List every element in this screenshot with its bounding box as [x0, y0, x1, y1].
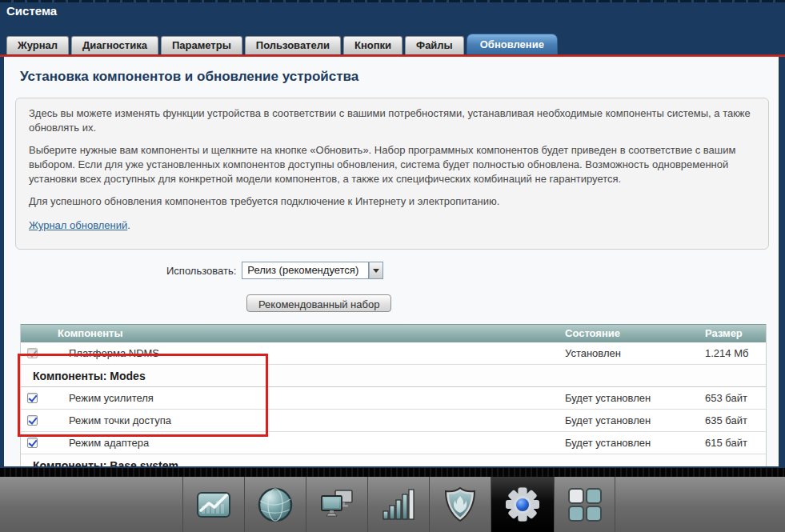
component-state: Будет установлен — [565, 414, 705, 426]
component-name: Платформа NDMS — [58, 347, 565, 359]
update-log-link[interactable]: Журнал обновлений — [29, 219, 127, 231]
col-header-state: Состояние — [565, 327, 705, 339]
component-size: 653 байт — [705, 392, 766, 404]
component-checkbox — [27, 348, 38, 358]
tab-polzovateli[interactable]: Пользователи — [245, 36, 341, 54]
table-header-row: Компоненты Состояние Размер — [21, 324, 766, 342]
tab-faily[interactable]: Файлы — [405, 36, 464, 54]
intro-paragraph: Выберите нужные вам компоненты и щелкнит… — [29, 143, 755, 186]
gear-icon — [504, 486, 541, 523]
page-title: Установка компонентов и обновление устро… — [20, 69, 763, 85]
network-computers-icon — [318, 486, 355, 523]
component-checkbox[interactable] — [27, 415, 38, 426]
dock-item-wifi[interactable] — [367, 477, 429, 532]
page-section-title: Система — [6, 4, 57, 18]
tab-bar: Журнал Диагностика Параметры Пользовател… — [0, 34, 785, 54]
tab-parametry[interactable]: Параметры — [161, 36, 242, 54]
link-suffix: . — [127, 219, 130, 231]
shield-flame-icon — [442, 486, 479, 523]
components-table: Компоненты Состояние Размер Платформа ND… — [20, 324, 767, 474]
component-state: Установлен — [565, 347, 705, 359]
chart-monitor-icon — [195, 486, 232, 523]
use-label: Использовать: — [166, 265, 236, 277]
dock-item-firewall[interactable] — [429, 477, 491, 532]
content-area: Установка компонентов и обновление устро… — [0, 57, 785, 466]
component-name: Режим адаптера — [58, 437, 565, 449]
col-header-size: Размер — [705, 327, 766, 339]
dock-item-internet[interactable] — [244, 477, 306, 532]
channel-select[interactable]: Релиз (рекомендуется) — [242, 262, 383, 279]
component-name: Режим усилителя — [58, 392, 565, 404]
dock-item-applications[interactable] — [554, 477, 615, 532]
dock-top-strip — [0, 468, 785, 477]
component-size: 615 байт — [705, 437, 766, 449]
component-checkbox[interactable] — [27, 393, 38, 403]
chevron-down-icon[interactable] — [369, 262, 383, 279]
tab-knopki[interactable]: Кнопки — [343, 36, 403, 54]
table-section-header: Компоненты: Modes — [21, 365, 766, 387]
intro-paragraph: Здесь вы можете изменять функции устройс… — [29, 106, 755, 135]
intro-paragraph: Для успешного обновления компонентов тре… — [29, 194, 755, 209]
component-state: Будет установлен — [565, 437, 705, 449]
globe-icon — [257, 486, 294, 523]
signal-bars-icon — [380, 486, 417, 523]
intro-infobox: Здесь вы можете изменять функции устройс… — [15, 98, 769, 250]
component-checkbox[interactable] — [27, 438, 38, 448]
window-top-edge — [0, 0, 785, 2]
channel-select-value[interactable]: Релиз (рекомендуется) — [242, 262, 369, 279]
tab-diagnostika[interactable]: Диагностика — [71, 36, 158, 54]
component-size: 635 байт — [705, 414, 766, 426]
dock-item-system-settings[interactable] — [491, 477, 554, 532]
tab-obnovlenie[interactable]: Обновление — [467, 34, 558, 54]
bottom-bar — [0, 466, 785, 532]
table-row: Режим адаптера Будет установлен 615 байт — [21, 432, 766, 454]
component-size: 1.214 Мб — [705, 347, 766, 359]
component-state: Будет установлен — [565, 392, 705, 404]
col-header-components: Компоненты — [58, 327, 565, 339]
table-row: Режим усилителя Будет установлен 653 бай… — [21, 387, 766, 410]
recommended-set-button[interactable]: Рекомендованный набор — [246, 294, 391, 312]
component-name: Режим точки доступа — [58, 414, 565, 426]
top-bar: Система — [0, 0, 785, 34]
dock-item-system-monitor[interactable] — [182, 477, 244, 532]
channel-select-row: Использовать: Релиз (рекомендуется) — [166, 262, 779, 279]
table-row: Платформа NDMS Установлен 1.214 Мб — [21, 342, 766, 365]
dock-item-home-network[interactable] — [306, 477, 367, 532]
apps-grid-icon — [567, 486, 603, 523]
table-row: Режим точки доступа Будет установлен 635… — [21, 410, 766, 432]
tab-zhurnal[interactable]: Журнал — [6, 36, 69, 54]
dock-bar — [0, 477, 785, 532]
